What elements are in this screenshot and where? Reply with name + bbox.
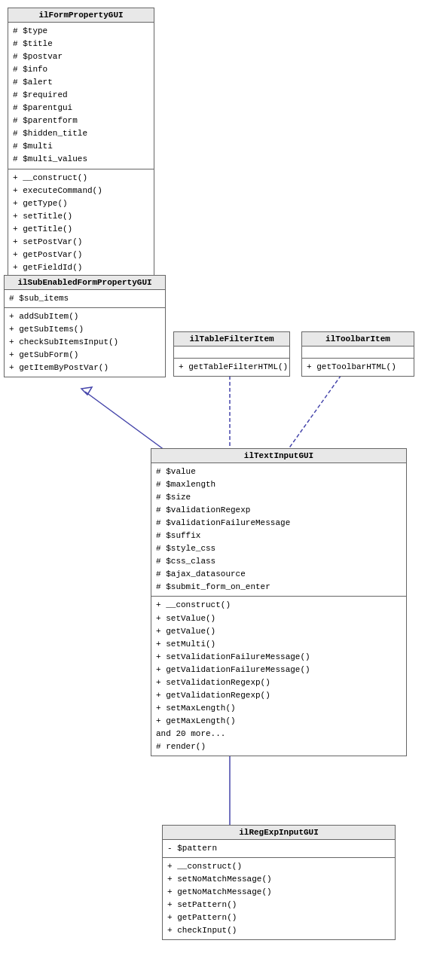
- ilToolbarItem-fields: [302, 347, 414, 359]
- svg-line-6: [286, 368, 347, 452]
- ilSubEnabledFormPropertyGUI-methods: + addSubItem() + getSubItems() + checkSu…: [5, 308, 165, 377]
- ilTableFilterItem-methods: + getTableFilterHTML(): [174, 359, 289, 376]
- ilSubEnabledFormPropertyGUI-title: ilSubEnabledFormPropertyGUI: [5, 276, 165, 290]
- ilSubEnabledFormPropertyGUI-box: ilSubEnabledFormPropertyGUI # $sub_items…: [4, 275, 166, 377]
- svg-marker-3: [81, 387, 92, 395]
- ilToolbarItem-methods: + getToolbarHTML(): [302, 359, 414, 376]
- ilTableFilterItem-title: ilTableFilterItem: [174, 332, 289, 347]
- ilToolbarItem-box: ilToolbarItem + getToolbarHTML(): [301, 331, 414, 377]
- ilRegExpInputGUI-box: ilRegExpInputGUI - $pattern + __construc…: [162, 825, 396, 940]
- ilTextInputGUI-methods: + __construct() + setValue() + getValue(…: [151, 597, 406, 756]
- ilFormPropertyGUI-title: ilFormPropertyGUI: [8, 8, 154, 23]
- ilRegExpInputGUI-title: ilRegExpInputGUI: [163, 826, 395, 840]
- ilTextInputGUI-title: ilTextInputGUI: [151, 449, 406, 463]
- uml-diagram: ilFormPropertyGUI # $type # $title # $po…: [0, 0, 440, 980]
- ilTextInputGUI-fields: # $value # $maxlength # $size # $validat…: [151, 463, 406, 597]
- svg-line-2: [85, 392, 167, 452]
- ilTextInputGUI-box: ilTextInputGUI # $value # $maxlength # $…: [151, 448, 407, 756]
- ilSubEnabledFormPropertyGUI-fields: # $sub_items: [5, 290, 165, 308]
- ilFormPropertyGUI-fields: # $type # $title # $postvar # $info # $a…: [8, 23, 154, 169]
- ilTableFilterItem-box: ilTableFilterItem + getTableFilterHTML(): [173, 331, 290, 377]
- ilTableFilterItem-fields: [174, 347, 289, 359]
- ilRegExpInputGUI-methods: + __construct() + setNoMatchMessage() + …: [163, 858, 395, 939]
- ilToolbarItem-title: ilToolbarItem: [302, 332, 414, 347]
- ilRegExpInputGUI-fields: - $pattern: [163, 840, 395, 858]
